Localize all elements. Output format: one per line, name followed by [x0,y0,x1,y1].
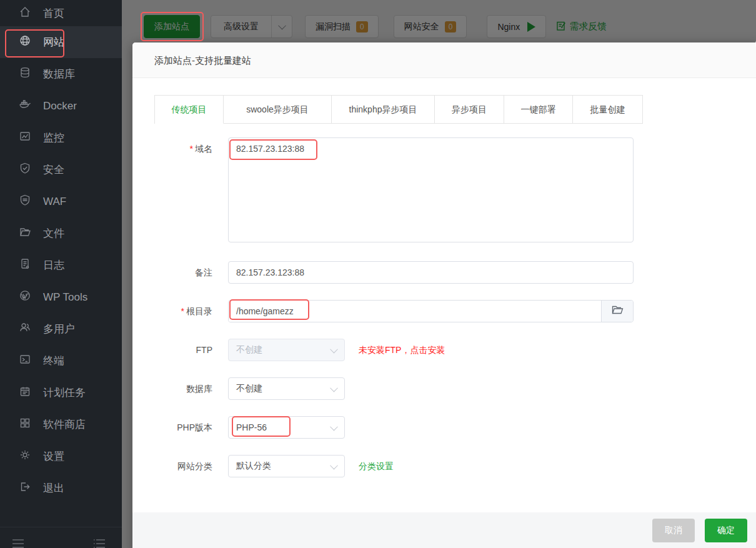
tab-thinkphp-async-project[interactable]: thinkphp异步项目 [332,96,435,124]
modal-title: 添加站点-支持批量建站 [154,55,251,66]
list-toggle-icon[interactable] [92,539,106,548]
root-dir-label: *根目录 [154,300,228,322]
sidebar-item-label: 退出 [43,481,64,496]
sidebar-item-settings[interactable]: 设置 [0,441,122,472]
sidebar-item-home[interactable]: 首页 [0,0,122,26]
sidebar-divider [0,527,122,527]
site-category-row: 网站分类 默认分类 分类设置 [154,455,756,477]
root-dir-input[interactable] [229,301,601,322]
collapse-menu-icon[interactable] [11,539,25,548]
note-row: 备注 [154,261,756,284]
sidebar-item-docker[interactable]: Docker [0,90,122,122]
sidebar-item-multiuser[interactable]: 多用户 [0,313,122,345]
php-version-value: PHP-56 [236,422,267,432]
ftp-select-value: 不创建 [236,344,262,356]
php-version-label: PHP版本 [154,416,228,439]
sidebar-item-database[interactable]: 数据库 [0,58,122,90]
php-version-select[interactable]: PHP-56 [228,416,345,439]
root-dir-row: *根目录 [154,300,756,322]
required-mark: * [181,306,184,316]
sidebar-item-website[interactable]: 网站 [0,26,122,58]
sidebar-item-wp-tools[interactable]: WP Tools [0,281,122,313]
sidebar-item-label: 文件 [43,226,64,241]
sidebar-item-label: 软件商店 [43,417,86,432]
tab-batch-create[interactable]: 批量创建 [573,96,643,124]
database-select-value: 不创建 [236,383,262,394]
domain-textarea[interactable]: 82.157.23.123:88 [228,137,634,242]
chevron-down-icon [330,345,338,353]
chevron-down-icon [330,461,338,469]
sidebar-item-logs[interactable]: 日志 [0,249,122,281]
site-category-value: 默认分类 [236,461,271,472]
sidebar-item-label: WAF [43,196,66,208]
sidebar-item-label: 数据库 [43,67,75,81]
sidebar-item-label: 首页 [43,6,64,21]
tab-traditional-project[interactable]: 传统项目 [155,96,224,124]
modal-footer: 取消 确定 [132,512,756,548]
sidebar-item-label: 监控 [43,131,64,145]
main-content: 添加站点 高级设置 漏洞扫描 0 网站安全 0 Nginx 需求反馈 添加站点-… [122,0,756,548]
sidebar-item-label: Docker [43,100,77,112]
sidebar-item-terminal[interactable]: 终端 [0,345,122,377]
gear-icon [19,449,31,464]
log-file-icon [19,257,31,273]
sidebar-item-label: 终端 [43,354,64,368]
domain-label: *域名 [154,137,228,160]
docker-icon [19,98,31,114]
database-select[interactable]: 不创建 [228,377,345,400]
sidebar-item-label: 日志 [43,258,64,272]
logout-icon [19,481,31,496]
note-input[interactable] [228,261,634,284]
sidebar-item-label: 多用户 [43,322,75,336]
sidebar-item-label: 计划任务 [43,386,86,400]
modal-body: 传统项目 swoole异步项目 thinkphp异步项目 异步项目 一键部署 批… [132,78,756,477]
globe-icon [19,34,31,50]
category-settings-link[interactable]: 分类设置 [359,455,394,477]
sidebar-item-security[interactable]: 安全 [0,154,122,186]
tab-one-click-deploy[interactable]: 一键部署 [504,96,573,124]
sidebar-item-waf[interactable]: WAF [0,186,122,217]
php-version-row: PHP版本 PHP-56 [154,416,756,439]
database-icon [19,66,31,82]
database-label: 数据库 [154,377,228,400]
folder-icon [19,226,31,241]
sidebar-item-cron[interactable]: 计划任务 [0,377,122,409]
ftp-select: 不创建 [228,339,345,361]
root-dir-group [228,300,634,322]
sidebar-item-files[interactable]: 文件 [0,217,122,249]
site-category-select[interactable]: 默认分类 [228,455,345,477]
sidebar-item-label: 安全 [43,162,64,177]
chevron-down-icon [330,384,338,392]
open-folder-icon [611,304,624,318]
note-label: 备注 [154,261,228,284]
ftp-label: FTP [154,339,228,361]
required-mark: * [190,144,193,154]
tab-swoole-async-project[interactable]: swoole异步项目 [224,96,332,124]
sidebar-item-label: 网站 [43,35,64,49]
project-type-tabs: 传统项目 swoole异步项目 thinkphp异步项目 异步项目 一键部署 批… [154,95,643,124]
sidebar: 首页 网站 数据库 Docker 监控 安全 WAF 文件 日志 WP Tool… [0,0,122,548]
home-icon [19,6,31,21]
sidebar-item-monitor[interactable]: 监控 [0,122,122,154]
ftp-row: FTP 不创建 未安装FTP，点击安装 [154,339,756,361]
terminal-icon [19,353,31,369]
wordpress-icon [19,289,31,305]
sidebar-item-logout[interactable]: 退出 [0,472,122,504]
domain-row: *域名 82.157.23.123:88 [154,137,756,245]
site-category-label: 网站分类 [154,455,228,477]
calendar-icon [19,385,31,401]
tab-async-project[interactable]: 异步项目 [435,96,504,124]
waf-shield-icon [19,194,31,209]
domain-field-wrap: 82.157.23.123:88 [228,137,634,245]
app-grid-icon [19,417,31,432]
shield-check-icon [19,162,31,177]
ftp-install-warning-link[interactable]: 未安装FTP，点击安装 [359,339,445,361]
database-row: 数据库 不创建 [154,377,756,400]
confirm-button[interactable]: 确定 [705,519,747,542]
sidebar-item-app-store[interactable]: 软件商店 [0,409,122,441]
browse-folder-button[interactable] [601,301,633,322]
add-site-form: *域名 82.157.23.123:88 备注 *根目录 [154,137,756,477]
cancel-button[interactable]: 取消 [652,519,695,542]
monitor-icon [19,130,31,146]
chevron-down-icon [330,422,338,431]
